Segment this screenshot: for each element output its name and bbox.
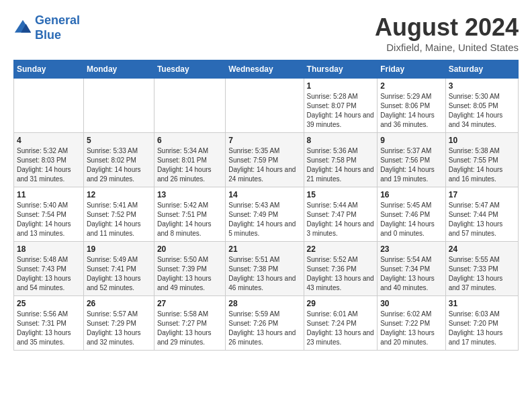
calendar-cell: 6Sunrise: 5:34 AMSunset: 8:01 PMDaylight… <box>154 133 225 187</box>
calendar-cell: 16Sunrise: 5:45 AMSunset: 7:46 PMDayligh… <box>378 187 446 242</box>
day-info: Sunrise: 5:36 AMSunset: 7:58 PMDaylight:… <box>307 146 375 184</box>
day-number: 5 <box>87 136 151 145</box>
day-number: 9 <box>380 136 443 145</box>
day-number: 24 <box>449 244 515 254</box>
calendar-cell: 19Sunrise: 5:49 AMSunset: 7:41 PMDayligh… <box>83 242 154 296</box>
day-number: 30 <box>380 299 443 308</box>
day-number: 19 <box>87 244 151 254</box>
day-info: Sunrise: 5:41 AMSunset: 7:52 PMDaylight:… <box>87 201 151 238</box>
calendar-cell: 5Sunrise: 5:33 AMSunset: 8:02 PMDaylight… <box>83 133 154 187</box>
calendar-cell: 31Sunrise: 6:03 AMSunset: 7:20 PMDayligh… <box>445 296 518 351</box>
day-number: 13 <box>157 190 222 199</box>
day-number: 22 <box>307 244 375 254</box>
day-number: 28 <box>228 299 300 308</box>
calendar-week-row: 25Sunrise: 5:56 AMSunset: 7:31 PMDayligh… <box>14 296 519 351</box>
logo: General Blue <box>13 13 80 42</box>
calendar-week-row: 18Sunrise: 5:48 AMSunset: 7:43 PMDayligh… <box>14 242 519 296</box>
calendar-cell <box>226 79 304 133</box>
day-info: Sunrise: 6:02 AMSunset: 7:22 PMDaylight:… <box>380 310 443 347</box>
calendar-week-row: 11Sunrise: 5:40 AMSunset: 7:54 PMDayligh… <box>14 187 519 242</box>
day-number: 18 <box>17 244 81 254</box>
calendar-cell: 8Sunrise: 5:36 AMSunset: 7:58 PMDaylight… <box>304 133 378 187</box>
day-of-week-header: Friday <box>378 60 446 79</box>
calendar-cell: 1Sunrise: 5:28 AMSunset: 8:07 PMDaylight… <box>304 79 378 133</box>
calendar-table: SundayMondayTuesdayWednesdayThursdayFrid… <box>13 60 519 351</box>
calendar-cell: 28Sunrise: 5:59 AMSunset: 7:26 PMDayligh… <box>226 296 304 351</box>
day-info: Sunrise: 5:57 AMSunset: 7:29 PMDaylight:… <box>87 310 151 347</box>
day-number: 10 <box>449 136 515 145</box>
subtitle: Dixfield, Maine, United States <box>375 42 519 53</box>
day-number: 25 <box>17 299 81 308</box>
day-number: 27 <box>157 299 222 308</box>
day-info: Sunrise: 5:30 AMSunset: 8:05 PMDaylight:… <box>449 92 515 130</box>
day-info: Sunrise: 5:40 AMSunset: 7:54 PMDaylight:… <box>17 201 81 238</box>
day-number: 17 <box>449 190 515 199</box>
day-info: Sunrise: 5:44 AMSunset: 7:47 PMDaylight:… <box>307 201 375 238</box>
calendar-header: SundayMondayTuesdayWednesdayThursdayFrid… <box>14 60 519 79</box>
day-number: 29 <box>307 299 375 308</box>
day-info: Sunrise: 5:49 AMSunset: 7:41 PMDaylight:… <box>87 255 151 293</box>
day-info: Sunrise: 5:59 AMSunset: 7:26 PMDaylight:… <box>228 310 300 347</box>
day-info: Sunrise: 5:42 AMSunset: 7:51 PMDaylight:… <box>157 201 222 238</box>
day-number: 26 <box>87 299 151 308</box>
day-of-week-header: Tuesday <box>154 60 225 79</box>
calendar-cell: 24Sunrise: 5:55 AMSunset: 7:33 PMDayligh… <box>445 242 518 296</box>
day-of-week-header: Monday <box>83 60 154 79</box>
day-info: Sunrise: 5:52 AMSunset: 7:36 PMDaylight:… <box>307 255 375 293</box>
calendar-cell: 25Sunrise: 5:56 AMSunset: 7:31 PMDayligh… <box>14 296 84 351</box>
header: General Blue August 2024 Dixfield, Maine… <box>13 13 519 53</box>
day-info: Sunrise: 5:47 AMSunset: 7:44 PMDaylight:… <box>449 201 515 238</box>
day-info: Sunrise: 5:48 AMSunset: 7:43 PMDaylight:… <box>17 255 81 293</box>
day-info: Sunrise: 5:28 AMSunset: 8:07 PMDaylight:… <box>307 92 375 130</box>
day-info: Sunrise: 5:58 AMSunset: 7:27 PMDaylight:… <box>157 310 222 347</box>
calendar-cell: 17Sunrise: 5:47 AMSunset: 7:44 PMDayligh… <box>445 187 518 242</box>
calendar-cell: 14Sunrise: 5:43 AMSunset: 7:49 PMDayligh… <box>226 187 304 242</box>
day-of-week-header: Thursday <box>304 60 378 79</box>
day-info: Sunrise: 5:56 AMSunset: 7:31 PMDaylight:… <box>17 310 81 347</box>
day-number: 21 <box>228 244 300 254</box>
day-number: 8 <box>307 136 375 145</box>
calendar-cell <box>83 79 154 133</box>
calendar-cell <box>154 79 225 133</box>
day-number: 2 <box>380 81 443 91</box>
calendar-cell: 15Sunrise: 5:44 AMSunset: 7:47 PMDayligh… <box>304 187 378 242</box>
day-info: Sunrise: 5:35 AMSunset: 7:59 PMDaylight:… <box>228 146 300 184</box>
day-info: Sunrise: 5:29 AMSunset: 8:06 PMDaylight:… <box>380 92 443 130</box>
day-of-week-header: Saturday <box>445 60 518 79</box>
day-number: 14 <box>228 190 300 199</box>
calendar-cell: 18Sunrise: 5:48 AMSunset: 7:43 PMDayligh… <box>14 242 84 296</box>
calendar-cell: 13Sunrise: 5:42 AMSunset: 7:51 PMDayligh… <box>154 187 225 242</box>
calendar-cell: 21Sunrise: 5:51 AMSunset: 7:38 PMDayligh… <box>226 242 304 296</box>
day-info: Sunrise: 5:34 AMSunset: 8:01 PMDaylight:… <box>157 146 222 184</box>
day-number: 7 <box>228 136 300 145</box>
calendar-cell: 2Sunrise: 5:29 AMSunset: 8:06 PMDaylight… <box>378 79 446 133</box>
day-info: Sunrise: 5:38 AMSunset: 7:55 PMDaylight:… <box>449 146 515 184</box>
day-number: 12 <box>87 190 151 199</box>
day-number: 16 <box>380 190 443 199</box>
calendar-cell: 7Sunrise: 5:35 AMSunset: 7:59 PMDaylight… <box>226 133 304 187</box>
logo-line1: General <box>35 13 80 27</box>
calendar-cell: 23Sunrise: 5:54 AMSunset: 7:34 PMDayligh… <box>378 242 446 296</box>
day-info: Sunrise: 5:45 AMSunset: 7:46 PMDaylight:… <box>380 201 443 238</box>
main-title: August 2024 <box>375 13 519 42</box>
day-number: 1 <box>307 81 375 91</box>
title-area: August 2024 Dixfield, Maine, United Stat… <box>375 13 519 53</box>
day-number: 6 <box>157 136 222 145</box>
day-of-week-header: Wednesday <box>226 60 304 79</box>
day-info: Sunrise: 5:51 AMSunset: 7:38 PMDaylight:… <box>228 255 300 293</box>
calendar-cell: 22Sunrise: 5:52 AMSunset: 7:36 PMDayligh… <box>304 242 378 296</box>
day-number: 20 <box>157 244 222 254</box>
calendar-cell: 4Sunrise: 5:32 AMSunset: 8:03 PMDaylight… <box>14 133 84 187</box>
day-info: Sunrise: 5:37 AMSunset: 7:56 PMDaylight:… <box>380 146 443 184</box>
calendar-week-row: 1Sunrise: 5:28 AMSunset: 8:07 PMDaylight… <box>14 79 519 133</box>
calendar-cell: 11Sunrise: 5:40 AMSunset: 7:54 PMDayligh… <box>14 187 84 242</box>
day-info: Sunrise: 5:32 AMSunset: 8:03 PMDaylight:… <box>17 146 81 184</box>
calendar-cell <box>14 79 84 133</box>
logo-line2: Blue <box>35 28 61 42</box>
day-number: 3 <box>449 81 515 91</box>
day-number: 15 <box>307 190 375 199</box>
calendar-cell: 26Sunrise: 5:57 AMSunset: 7:29 PMDayligh… <box>83 296 154 351</box>
day-info: Sunrise: 6:03 AMSunset: 7:20 PMDaylight:… <box>449 310 515 347</box>
day-info: Sunrise: 5:55 AMSunset: 7:33 PMDaylight:… <box>449 255 515 293</box>
calendar-cell: 9Sunrise: 5:37 AMSunset: 7:56 PMDaylight… <box>378 133 446 187</box>
